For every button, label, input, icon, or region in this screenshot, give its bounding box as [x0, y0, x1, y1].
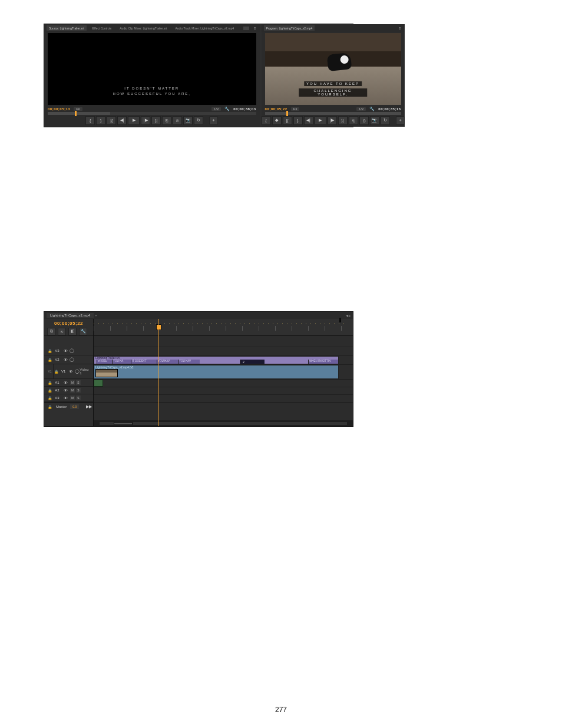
eye-icon[interactable]: 👁 [62, 358, 69, 362]
lane-a2[interactable] [94, 387, 353, 395]
tab-source[interactable]: Source: LightningTrailer.srt [47, 25, 87, 31]
lane-a3[interactable] [94, 395, 353, 403]
track-head-v2[interactable]: 🔒 V2 👁 ◯ [44, 355, 93, 364]
insert-icon[interactable]: ⎘ [162, 116, 171, 125]
sync-lock-icon[interactable]: ◯ [74, 369, 80, 374]
source-scrubber[interactable] [48, 112, 256, 115]
caption-segment[interactable]: WHEN I'M SITTIN [308, 360, 338, 364]
button-editor-icon[interactable]: ＋ [209, 116, 218, 125]
wrench-icon[interactable]: 🔧 [369, 107, 375, 111]
track-head-a1[interactable]: 🔒 A1 👁 M S [44, 379, 93, 387]
step-back-icon[interactable]: ◀| [117, 116, 127, 125]
source-current-tc[interactable]: 00;00;05;13 [48, 107, 70, 111]
snap-icon[interactable]: ⎋ [58, 328, 66, 335]
timeline-content[interactable]: LightningTrailer.srt IN ORD YOU HA IT DO… [94, 319, 353, 426]
mute-button[interactable]: M [70, 380, 75, 385]
work-area-end-icon[interactable] [339, 318, 341, 322]
program-fit-button[interactable]: Fit [291, 107, 300, 111]
sequence-tab[interactable]: LightningTriCaps_v2.mp4 [47, 313, 94, 318]
extract-icon[interactable]: ⎙ [359, 116, 369, 125]
solo-button[interactable]: S [76, 396, 81, 400]
mark-out-icon[interactable]: } [293, 116, 303, 125]
program-viewport[interactable]: YOU HAVE TO KEEP CHALLENGING YOURSELF, [265, 33, 401, 105]
lock-icon[interactable]: 🔒 [47, 358, 52, 362]
nest-icon[interactable]: ⧉ [47, 328, 55, 335]
play-icon[interactable]: ▶ [128, 116, 140, 125]
playhead-flag-icon[interactable] [156, 324, 161, 330]
caption-segment[interactable]: YOU HAV [178, 360, 200, 364]
settings-icon[interactable]: 🔧 [79, 328, 87, 335]
track-head-a2[interactable]: 🔒 A2 👁 M S [44, 387, 93, 394]
linked-selection-icon[interactable]: ◧ [68, 328, 77, 335]
mark-out-icon[interactable]: } [96, 116, 105, 125]
audio-clip[interactable] [94, 380, 103, 387]
lift-icon[interactable]: ⎗ [349, 116, 358, 125]
mark-in-icon[interactable]: { [262, 116, 271, 125]
solo-button[interactable]: S [76, 388, 81, 393]
play-icon[interactable]: ▶ [315, 116, 326, 125]
lock-icon[interactable]: 🔒 [47, 349, 52, 353]
tab-effect-controls[interactable]: Effect Controls [90, 25, 114, 31]
sync-lock-icon[interactable]: ◯ [69, 348, 75, 353]
master-db[interactable]: 0.0 [70, 404, 79, 409]
mute-button[interactable]: M [70, 388, 75, 393]
go-out-icon[interactable]: }| [338, 116, 348, 125]
caption-segment[interactable]: IN ORD [97, 360, 113, 364]
tab-program[interactable]: Program: LightningTriCaps_v2.mp4 [264, 25, 315, 31]
export-frame-icon[interactable]: 📷 [183, 116, 193, 125]
add-marker-icon[interactable]: ◆ [272, 116, 282, 125]
eye-icon[interactable]: 👁 [62, 349, 69, 353]
panel-menu-icon[interactable]: ▾≡ [346, 314, 351, 318]
time-ruler[interactable] [94, 319, 353, 336]
caption-segment[interactable]: YOU HA [112, 360, 131, 364]
video-clip[interactable]: LightningTriCaps_v2.mp4 [V] [94, 365, 339, 379]
go-out-icon[interactable]: }| [151, 116, 161, 125]
lock-icon[interactable]: 🔒 [54, 370, 59, 374]
source-res-button[interactable]: 1/2 [211, 107, 221, 111]
program-res-button[interactable]: 1/2 [356, 107, 366, 111]
program-scrubber[interactable] [265, 112, 401, 115]
lane-v3[interactable] [94, 347, 353, 356]
close-icon[interactable]: × [95, 314, 97, 317]
go-in-icon[interactable]: |{ [283, 116, 292, 125]
timeline-hscroll[interactable] [94, 420, 353, 426]
loop-icon[interactable]: ↻ [194, 116, 203, 125]
panel-menu-icon[interactable]: ≡ [398, 27, 402, 30]
source-patch-v1[interactable]: V1 [47, 364, 54, 378]
step-back-icon[interactable]: ◀| [304, 116, 313, 125]
caption-number[interactable]: 2 [240, 360, 265, 364]
lock-icon[interactable]: 🔒 [47, 381, 52, 385]
overwrite-icon[interactable]: ⎚ [173, 116, 182, 125]
step-fwd-icon[interactable]: |▶ [328, 116, 337, 125]
mute-icon[interactable]: 👁 [62, 388, 69, 393]
mute-button[interactable]: M [70, 396, 75, 400]
lane-a1[interactable] [94, 380, 353, 387]
tab-audio-track-mixer[interactable]: Audio Track Mixer: LightningTriCaps_v2.m… [173, 25, 236, 31]
lock-icon[interactable]: 🔒 [47, 388, 52, 393]
master-track-head[interactable]: 🔒 Master 0.0 ▶▶ [44, 402, 93, 411]
mark-in-icon[interactable]: { [85, 116, 95, 125]
tab-audio-clip-mixer[interactable]: Audio Clip Mixer: LightningTrailer.srt [117, 25, 169, 31]
caption-segment[interactable]: IT DOESN'T [131, 360, 157, 364]
mute-icon[interactable]: 👁 [62, 381, 69, 385]
track-head-a3[interactable]: 🔒 A3 👁 M S [44, 394, 93, 402]
loop-icon[interactable]: ↻ [381, 116, 390, 125]
track-head-v3[interactable]: 🔒 V3 👁 ◯ [44, 347, 93, 355]
lane-v1[interactable]: LightningTriCaps_v2.mp4 [V] [94, 365, 353, 380]
track-head-v1[interactable]: V1 🔒 V1 👁 ◯ Video 1 [44, 364, 93, 379]
program-current-tc[interactable]: 00;00;05;22 [265, 107, 287, 111]
source-tab-overflow[interactable] [243, 27, 249, 30]
mute-icon[interactable]: 👁 [62, 396, 69, 400]
timeline-playhead-tc[interactable]: 00;00;05;22 [54, 321, 83, 326]
source-viewport[interactable]: IT DOESN'T MATTER HOW SUCCESSFUL YOU ARE… [48, 33, 256, 105]
wrench-icon[interactable]: 🔧 [224, 107, 230, 111]
srt-clip[interactable]: LightningTrailer.srt IN ORD YOU HA IT DO… [94, 356, 339, 364]
output-icon[interactable]: ▶▶ [86, 404, 92, 409]
playhead-line[interactable] [158, 319, 158, 426]
export-frame-icon[interactable]: 📷 [370, 116, 379, 125]
lane-v2[interactable]: LightningTrailer.srt IN ORD YOU HA IT DO… [94, 356, 353, 365]
lock-icon[interactable]: 🔒 [47, 405, 52, 409]
step-fwd-icon[interactable]: |▶ [141, 116, 150, 125]
eye-icon[interactable]: 👁 [68, 370, 74, 374]
panel-menu-icon[interactable]: ≡ [253, 27, 257, 30]
